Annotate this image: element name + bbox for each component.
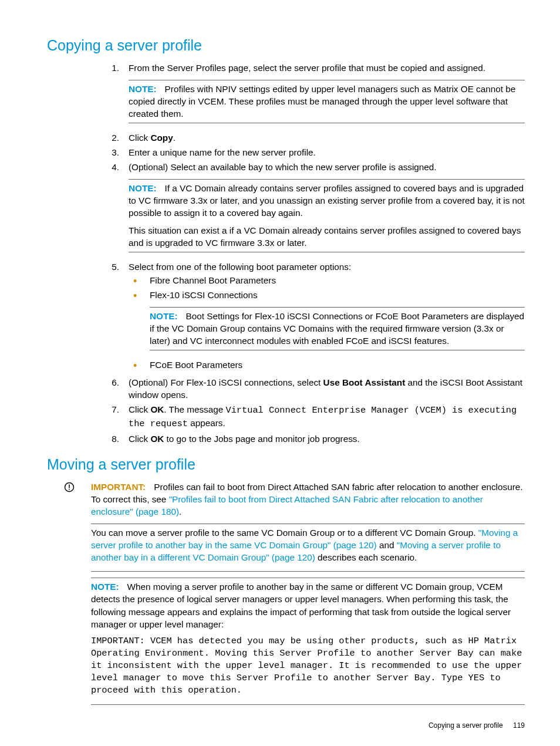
section-heading-copying: Copying a server profile	[47, 35, 525, 56]
step-8-bold: OK	[150, 434, 164, 444]
important-post: .	[179, 507, 181, 517]
note-label: NOTE:	[129, 183, 165, 193]
important-label: IMPORTANT:	[91, 482, 154, 492]
note-block-3: NOTE:Boot Settings for Flex-10 iSCSI Con…	[150, 307, 525, 350]
note-label: NOTE:	[91, 582, 127, 592]
bullet-icon: •	[129, 274, 150, 286]
note-text: When moving a server profile to another …	[91, 582, 511, 629]
bullet-fcoe: • FCoE Boot Parameters	[129, 359, 525, 371]
step-7: 7. Click OK. The message Virtual Connect…	[111, 403, 525, 430]
step-2-bold: Copy	[150, 133, 173, 143]
step-5: 5. Select from one of the following boot…	[111, 261, 525, 374]
note-text-p2: This situation can exist a if a VC Domai…	[129, 224, 525, 249]
step-number: 3.	[111, 146, 129, 158]
note-block-2: NOTE:If a VC Domain already contains ser…	[129, 179, 525, 252]
step-number: 1.	[111, 62, 129, 129]
step-1: 1. From the Server Profiles page, select…	[111, 62, 525, 129]
bullet-fibre-channel: • Fibre Channel Boot Parameters	[129, 274, 525, 286]
step-number: 6.	[111, 376, 129, 401]
note-label: NOTE:	[150, 311, 186, 321]
section2-paragraphs: You can move a server profile to the sam…	[91, 524, 525, 705]
note-text-p1: If a VC Domain already contains server p…	[129, 183, 525, 218]
footer-page-number: 119	[505, 721, 525, 730]
note-mono-text: IMPORTANT: VCEM has detected you may be …	[91, 635, 525, 697]
important-block: IMPORTANT:Profiles can fail to boot from…	[64, 481, 525, 518]
step-number: 2.	[111, 131, 129, 144]
bullet-text: FCoE Boot Parameters	[150, 359, 525, 371]
note-text: Profiles with NPIV settings edited by up…	[129, 84, 515, 119]
step-8-post: to go to the Jobs page and monitor job p…	[164, 434, 359, 444]
bullet-icon: •	[129, 289, 150, 356]
step-3: 3. Enter a unique name for the new serve…	[111, 146, 525, 158]
step-4-text: (Optional) Select an available bay to wh…	[129, 162, 437, 172]
note-label: NOTE:	[129, 84, 165, 94]
step-4: 4. (Optional) Select an available bay to…	[111, 161, 525, 258]
step-7-mid: . The message	[164, 404, 225, 414]
step-7-bold: OK	[150, 404, 164, 414]
svg-rect-1	[69, 484, 70, 488]
note-text: Boot Settings for Flex-10 iSCSI Connecti…	[150, 311, 524, 346]
important-icon	[64, 481, 91, 518]
svg-rect-2	[69, 489, 70, 490]
step-6-pre: (Optional) For Flex-10 iSCSI connections…	[129, 377, 323, 387]
step-7-pre: Click	[129, 404, 150, 414]
step-1-text: From the Server Profiles page, select th…	[129, 63, 485, 73]
bullet-text: Fibre Channel Boot Parameters	[150, 274, 525, 286]
section1-content: 1. From the Server Profiles page, select…	[111, 62, 525, 445]
para1-post: describes each scenario.	[315, 552, 417, 562]
para1-pre: You can move a server profile to the sam…	[91, 528, 478, 538]
step-8-pre: Click	[129, 434, 150, 444]
step-3-text: Enter a unique name for the new server p…	[129, 146, 525, 158]
para1-mid: and	[377, 540, 397, 550]
step-2: 2. Click Copy.	[111, 131, 525, 144]
step-number: 5.	[111, 261, 129, 374]
bullet-flex10: • Flex-10 iSCSI Connections NOTE:Boot Se…	[129, 289, 525, 356]
note-block-1: NOTE:Profiles with NPIV settings edited …	[129, 80, 525, 123]
para-block-1: You can move a server profile to the sam…	[91, 524, 525, 572]
section-heading-moving: Moving a server profile	[47, 454, 525, 475]
bullet-icon: •	[129, 359, 150, 371]
step-2-post: .	[173, 133, 176, 143]
step-number: 7.	[111, 403, 129, 430]
step-5-text: Select from one of the following boot pa…	[129, 262, 351, 272]
page-footer: Copying a server profile 119	[429, 721, 525, 731]
bullet-text: Flex-10 iSCSI Connections	[150, 290, 258, 300]
note-block-4: NOTE:When moving a server profile to ano…	[91, 578, 525, 705]
step-6: 6. (Optional) For Flex-10 iSCSI connecti…	[111, 376, 525, 401]
step-6-bold: Use Boot Assistant	[323, 377, 406, 387]
footer-text: Copying a server profile	[429, 721, 503, 730]
step-number: 8.	[111, 433, 129, 445]
step-8: 8. Click OK to go to the Jobs page and m…	[111, 433, 525, 445]
step-2-pre: Click	[129, 133, 150, 143]
step-7-post: appears.	[188, 418, 225, 428]
step-number: 4.	[111, 161, 129, 258]
